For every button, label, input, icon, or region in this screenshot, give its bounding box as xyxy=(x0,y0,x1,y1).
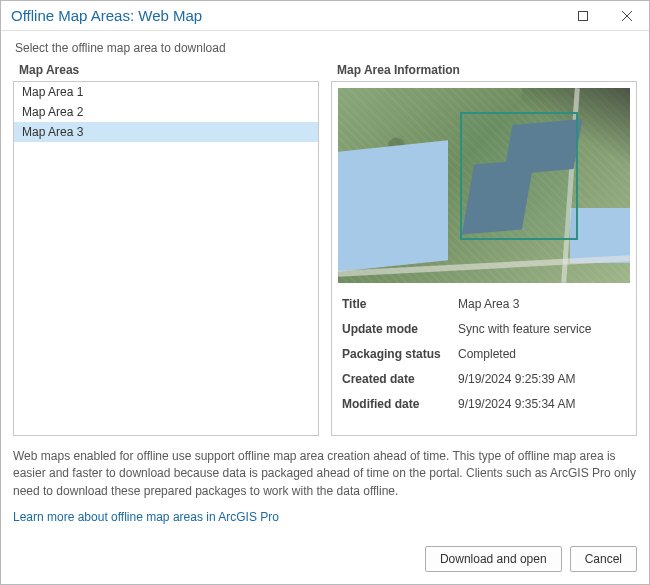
list-item[interactable]: Map Area 2 xyxy=(14,102,318,122)
titlebar: Offline Map Areas: Web Map xyxy=(1,1,649,31)
learn-more-link[interactable]: Learn more about offline map areas in Ar… xyxy=(13,510,637,524)
window-title: Offline Map Areas: Web Map xyxy=(11,7,561,24)
info-label-created-date: Created date xyxy=(342,372,452,386)
maximize-button[interactable] xyxy=(561,1,605,31)
map-areas-list[interactable]: Map Area 1 Map Area 2 Map Area 3 xyxy=(13,81,319,436)
instruction-text: Select the offline map area to download xyxy=(13,41,637,55)
download-and-open-button[interactable]: Download and open xyxy=(425,546,562,572)
info-label-packaging-status: Packaging status xyxy=(342,347,452,361)
svg-rect-0 xyxy=(579,11,588,20)
list-item[interactable]: Map Area 3 xyxy=(14,122,318,142)
close-button[interactable] xyxy=(605,1,649,31)
info-value-title: Map Area 3 xyxy=(458,297,626,311)
info-label-title: Title xyxy=(342,297,452,311)
info-value-created-date: 9/19/2024 9:25:39 AM xyxy=(458,372,626,386)
info-value-modified-date: 9/19/2024 9:35:34 AM xyxy=(458,397,626,411)
map-areas-heading: Map Areas xyxy=(13,63,319,77)
cancel-button[interactable]: Cancel xyxy=(570,546,637,572)
info-value-packaging-status: Completed xyxy=(458,347,626,361)
dialog-content: Select the offline map area to download … xyxy=(1,31,649,536)
info-value-update-mode: Sync with feature service xyxy=(458,322,626,336)
selection-rectangle xyxy=(460,112,578,240)
offline-map-areas-dialog: Offline Map Areas: Web Map Select the of… xyxy=(0,0,650,585)
list-item[interactable]: Map Area 1 xyxy=(14,82,318,102)
map-preview xyxy=(338,88,630,283)
button-row: Download and open Cancel xyxy=(1,536,649,584)
info-panel: Title Map Area 3 Update mode Sync with f… xyxy=(331,81,637,436)
map-area-info-heading: Map Area Information xyxy=(331,63,637,77)
info-label-update-mode: Update mode xyxy=(342,322,452,336)
footer-description: Web maps enabled for offline use support… xyxy=(13,448,637,500)
map-areas-column: Map Areas Map Area 1 Map Area 2 Map Area… xyxy=(13,63,319,436)
map-area-info-column: Map Area Information Title Map Area 3 Up… xyxy=(331,63,637,436)
info-grid: Title Map Area 3 Update mode Sync with f… xyxy=(338,297,630,411)
info-label-modified-date: Modified date xyxy=(342,397,452,411)
columns: Map Areas Map Area 1 Map Area 2 Map Area… xyxy=(13,63,637,436)
